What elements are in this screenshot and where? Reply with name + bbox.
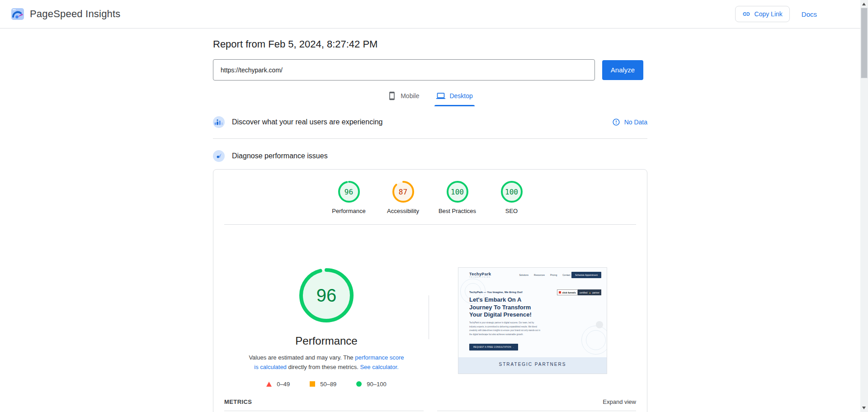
thumb-appointment-button: Schedule Appointment bbox=[571, 272, 601, 278]
score-performance[interactable]: 96 Performance bbox=[325, 180, 373, 214]
tab-desktop-label: Desktop bbox=[449, 92, 472, 99]
app-header: PageSpeed Insights Copy Link Docs bbox=[0, 0, 860, 28]
site-screenshot-thumbnail[interactable]: TechyPark TECHNOLOGIES Solutions Resourc… bbox=[458, 267, 607, 374]
docs-link[interactable]: Docs bbox=[802, 10, 817, 18]
metrics-column-left bbox=[224, 411, 424, 412]
legend-fail: 0–49 bbox=[266, 381, 290, 388]
brand: PageSpeed Insights bbox=[11, 7, 121, 21]
seo-gauge: 100 bbox=[500, 180, 524, 204]
score-best-practices[interactable]: 100 Best Practices bbox=[434, 180, 481, 214]
diagnose-gauge-icon bbox=[213, 150, 225, 162]
scrollbar-down-arrow-icon[interactable] bbox=[862, 407, 866, 409]
url-row: Analyze bbox=[213, 59, 647, 81]
category-scores-row: 96 Performance 87 Accessibility bbox=[224, 170, 636, 214]
accessibility-score-label: Accessibility bbox=[387, 208, 419, 214]
thumb-badge-partner-label: partner bbox=[592, 291, 599, 294]
lab-data-section-row: Diagnose performance issues bbox=[213, 150, 647, 162]
thumb-partners-band: STRATEGIC PARTNERS bbox=[458, 357, 607, 374]
field-data-title: Discover what your real users are experi… bbox=[232, 118, 382, 126]
no-data-status[interactable]: No Data bbox=[612, 118, 647, 126]
performance-panel-left: 96 Performance Values are estimated and … bbox=[224, 267, 429, 388]
analyze-button[interactable]: Analyze bbox=[602, 60, 643, 80]
see-calculator-link[interactable]: See calculator. bbox=[360, 364, 398, 370]
performance-big-gauge[interactable]: 96 bbox=[298, 267, 354, 323]
performance-panel: 96 Performance Values are estimated and … bbox=[224, 225, 636, 388]
device-tabs: Mobile Desktop bbox=[213, 91, 647, 106]
score-accessibility[interactable]: 87 Accessibility bbox=[379, 180, 427, 214]
lab-data-title: Diagnose performance issues bbox=[232, 152, 328, 160]
section-divider bbox=[213, 138, 647, 139]
thumb-site-subtitle: TECHNOLOGIES bbox=[469, 276, 491, 278]
performance-score-value: 96 bbox=[337, 180, 361, 204]
field-data-section-row: Discover what your real users are experi… bbox=[213, 116, 647, 128]
performance-panel-title: Performance bbox=[295, 335, 357, 347]
performance-score-label: Performance bbox=[332, 208, 365, 214]
thumb-decoration-rings bbox=[586, 330, 606, 350]
average-range-label: 50–89 bbox=[320, 381, 336, 388]
thumb-badge-logo-icon bbox=[559, 291, 561, 294]
thumb-nav-solutions: Solutions bbox=[519, 274, 528, 276]
expand-view-button[interactable]: Expand view bbox=[603, 398, 636, 405]
thumb-partners-heading: STRATEGIC PARTNERS bbox=[458, 362, 607, 367]
page-scrollbar[interactable] bbox=[860, 0, 868, 412]
score-legend: 0–49 50–89 90–100 bbox=[266, 381, 386, 388]
thumb-cta-button: REQUEST A FREE CONSULTATION → bbox=[469, 344, 518, 350]
legend-average: 50–89 bbox=[310, 381, 336, 388]
thumb-badge-certified-label: certified bbox=[580, 291, 588, 294]
header-actions: Copy Link Docs bbox=[735, 6, 817, 22]
metrics-column-right bbox=[437, 411, 637, 412]
pass-circle-icon bbox=[356, 381, 362, 387]
thumb-site-logo: TechyPark TECHNOLOGIES bbox=[469, 272, 491, 278]
tab-mobile[interactable]: Mobile bbox=[387, 91, 419, 106]
info-icon bbox=[612, 118, 620, 126]
thumb-nav-contact: Contact bbox=[562, 274, 570, 276]
seo-score-label: SEO bbox=[505, 208, 518, 214]
tab-desktop[interactable]: Desktop bbox=[436, 91, 472, 106]
best-practices-score-label: Best Practices bbox=[439, 208, 476, 214]
thumb-nav-pricing: Pricing bbox=[550, 274, 557, 276]
link-icon bbox=[742, 10, 750, 18]
score-seo[interactable]: 100 SEO bbox=[488, 180, 536, 214]
metrics-header-row: METRICS Expand view bbox=[224, 398, 636, 405]
big-gauge-score-value: 96 bbox=[298, 267, 354, 323]
metrics-columns bbox=[224, 411, 636, 412]
thumb-badge-brand-label: click funnels bbox=[562, 291, 576, 294]
performance-panel-right: TechyPark TECHNOLOGIES Solutions Resourc… bbox=[429, 267, 633, 388]
app-title: PageSpeed Insights bbox=[30, 8, 121, 20]
thumb-site-name: TechyPark bbox=[469, 272, 491, 276]
desktop-laptop-icon bbox=[436, 91, 445, 100]
score-disclaimer: Values are estimated and may vary. The p… bbox=[247, 353, 406, 372]
thumb-nav-resources: Resources bbox=[534, 274, 545, 276]
fail-triangle-icon bbox=[266, 382, 272, 387]
thumb-carousel-button bbox=[596, 321, 603, 328]
tab-mobile-label: Mobile bbox=[401, 92, 419, 99]
active-tab-underline bbox=[434, 105, 474, 106]
average-square-icon bbox=[310, 381, 315, 387]
accessibility-gauge: 87 bbox=[392, 180, 415, 204]
scrollbar-up-arrow-icon[interactable] bbox=[862, 3, 866, 5]
thumb-badge-brand: click funnels bbox=[557, 289, 577, 295]
thumb-tagline: TechyPark — You Imagine, We Bring Out! bbox=[469, 291, 523, 294]
report-title: Report from Feb 5, 2024, 8:27:42 PM bbox=[213, 38, 647, 50]
report-main: Report from Feb 5, 2024, 8:27:42 PM Anal… bbox=[213, 38, 647, 412]
thumb-partner-badge: click funnels certified ▲ partner bbox=[557, 289, 601, 295]
legend-pass: 90–100 bbox=[356, 381, 386, 388]
real-users-chart-icon bbox=[213, 116, 225, 128]
pagespeed-logo-icon bbox=[11, 7, 24, 21]
thumb-badge-certified: certified ▲ partner bbox=[578, 289, 601, 295]
thumb-site-header: TechyPark TECHNOLOGIES Solutions Resourc… bbox=[458, 268, 607, 278]
fail-range-label: 0–49 bbox=[277, 381, 290, 388]
url-input[interactable] bbox=[213, 59, 595, 81]
thumb-site-nav: Solutions Resources Pricing Contact bbox=[519, 274, 570, 276]
seo-score-value: 100 bbox=[500, 180, 524, 204]
best-practices-gauge: 100 bbox=[446, 180, 469, 204]
best-practices-score-value: 100 bbox=[446, 180, 469, 204]
performance-gauge: 96 bbox=[337, 180, 361, 204]
disclaimer-text-1: Values are estimated and may vary. The bbox=[249, 354, 355, 361]
thumb-hero-body: TechyPark is your strategic partner in d… bbox=[469, 321, 541, 337]
copy-link-button[interactable]: Copy Link bbox=[735, 6, 790, 22]
disclaimer-text-2: directly from these metrics. bbox=[287, 364, 360, 370]
no-data-label: No Data bbox=[624, 118, 647, 126]
scrollbar-thumb[interactable] bbox=[861, 8, 868, 78]
copy-link-label: Copy Link bbox=[755, 10, 783, 18]
